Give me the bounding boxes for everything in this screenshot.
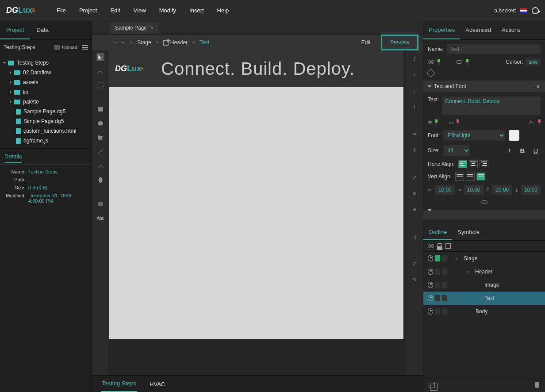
bc-stage[interactable]: Stage xyxy=(137,39,151,46)
menu-modify[interactable]: Modify xyxy=(159,7,176,14)
edit-cell[interactable] xyxy=(442,255,447,261)
canvas[interactable]: DGLux5 Connect. Build. Deploy. xyxy=(109,50,406,375)
italic-button[interactable]: I xyxy=(504,146,514,155)
close-icon[interactable]: × xyxy=(150,25,154,31)
line-tool-icon[interactable] xyxy=(96,148,104,156)
tree-root[interactable]: Testing Steps xyxy=(0,58,92,68)
bc-text[interactable]: Text xyxy=(200,39,209,46)
eye-icon[interactable] xyxy=(428,295,433,301)
align-vcenter-icon[interactable]: ↕ xyxy=(411,71,418,79)
star-icon[interactable]: ★ xyxy=(536,83,541,89)
distribute-icon[interactable]: ≡ xyxy=(411,205,418,213)
pad-left-input[interactable] xyxy=(435,185,455,195)
expand-icon[interactable]: ⤢ xyxy=(411,173,418,181)
bc-header[interactable]: Header xyxy=(163,39,188,46)
lock-cell[interactable] xyxy=(435,308,440,315)
path-tool-icon[interactable] xyxy=(96,67,104,75)
link-padding-icon[interactable] xyxy=(481,200,487,204)
gradient-tool-icon[interactable] xyxy=(96,200,104,208)
edit-cell[interactable] xyxy=(442,269,447,275)
component-tool-icon[interactable] xyxy=(96,176,104,184)
visibility-icon[interactable] xyxy=(428,60,434,64)
document-tab[interactable]: Sample Page × xyxy=(110,22,159,34)
link-icon[interactable] xyxy=(456,60,462,64)
underline-button[interactable]: U xyxy=(531,146,541,155)
eye-icon[interactable] xyxy=(428,269,433,275)
spacing-icon[interactable]: ▯ xyxy=(411,233,418,241)
outline-row-body[interactable]: ┈Body xyxy=(423,305,545,318)
tab-outline[interactable]: Outline xyxy=(423,224,452,240)
tree-file[interactable]: Simple Page.dg5 xyxy=(0,116,92,126)
lock-cell[interactable] xyxy=(435,282,440,288)
tab-symbols[interactable]: Symbols xyxy=(452,224,485,240)
bottom-tab-testing[interactable]: Testing Steps xyxy=(101,376,137,392)
visibility-icon[interactable] xyxy=(428,244,434,248)
align-baseline-icon[interactable]: ⤓ xyxy=(411,103,418,111)
menu-project[interactable]: Project xyxy=(79,7,97,14)
menu-view[interactable]: View xyxy=(134,7,146,14)
outline-row-text[interactable]: ┈Text xyxy=(423,292,545,305)
font-color-swatch[interactable] xyxy=(509,130,519,141)
marquee-tool-icon[interactable] xyxy=(96,81,104,89)
font-select[interactable]: EffraLight xyxy=(443,130,505,141)
list-view-icon[interactable] xyxy=(82,45,88,50)
upload-button[interactable]: Upload xyxy=(54,45,77,50)
lock-cell[interactable] xyxy=(435,269,440,275)
bold-button[interactable]: B xyxy=(518,146,527,155)
tree-file[interactable]: custom_functions.html xyxy=(0,126,92,136)
tab-advanced[interactable]: Advanced xyxy=(460,21,496,39)
halign-center[interactable] xyxy=(469,160,478,168)
diamond-icon[interactable] xyxy=(426,69,435,77)
locale-flag-icon[interactable] xyxy=(520,8,527,13)
redo-icon[interactable]: ↷ xyxy=(411,276,418,284)
undo-icon[interactable]: ↶ xyxy=(411,260,418,268)
section-text-font[interactable]: Text and Font ★ xyxy=(423,81,545,92)
menu-edit[interactable]: Edit xyxy=(110,7,120,14)
tree-folder[interactable]: lib xyxy=(0,87,92,97)
tree-folder[interactable]: palette xyxy=(0,97,92,107)
expand-row[interactable] xyxy=(423,210,545,219)
menu-file[interactable]: File xyxy=(57,7,66,14)
nav-arrows[interactable]: ← → xyxy=(113,39,125,46)
edit-cell[interactable] xyxy=(442,308,447,315)
select-tool-icon[interactable] xyxy=(96,53,104,61)
tree-folder[interactable]: assets xyxy=(0,77,92,87)
tree-file[interactable]: Sample Page.dg5 xyxy=(0,107,92,116)
tree-folder[interactable]: 02 Dataflow xyxy=(0,68,92,77)
bottom-tab-hvac[interactable]: HVAC xyxy=(149,377,166,392)
preview-mode-button[interactable]: Preview xyxy=(381,35,418,50)
cursor-value[interactable]: auto xyxy=(526,58,541,65)
fit-height-icon[interactable]: ⇕ xyxy=(411,146,418,154)
align-bottom-icon[interactable]: ↓ xyxy=(411,87,418,95)
lock-cell[interactable] xyxy=(435,255,440,261)
valign-top[interactable] xyxy=(455,173,464,181)
ellipse-tool-icon[interactable] xyxy=(96,119,104,127)
text-tool-icon[interactable]: Abc xyxy=(96,214,104,222)
stack-icon[interactable] xyxy=(429,382,435,388)
tab-actions[interactable]: Actions xyxy=(496,21,526,39)
outline-row-header[interactable]: ▾Header xyxy=(423,265,545,278)
trash-icon[interactable] xyxy=(534,382,540,388)
edit-cell[interactable] xyxy=(442,282,447,288)
pad-bottom-input[interactable] xyxy=(521,185,541,195)
edit-mode-button[interactable]: Edit xyxy=(361,39,371,46)
polygon-tool-icon[interactable] xyxy=(96,134,104,142)
pen-tool-icon[interactable] xyxy=(96,162,104,170)
halign-left[interactable] xyxy=(458,160,467,168)
fit-width-icon[interactable]: ⇔ xyxy=(411,130,418,138)
pad-right-input[interactable] xyxy=(464,185,484,195)
eye-icon[interactable] xyxy=(428,255,433,261)
valign-middle[interactable] xyxy=(466,173,475,181)
text-input[interactable]: Connect. Build. Deploy. xyxy=(442,96,541,115)
menu-insert[interactable]: Insert xyxy=(189,7,204,14)
logout-icon[interactable] xyxy=(532,7,539,14)
eye-icon[interactable] xyxy=(428,282,433,288)
halign-right[interactable] xyxy=(480,160,488,168)
valign-bottom[interactable] xyxy=(476,173,485,181)
lock-cell[interactable] xyxy=(435,295,440,301)
crop-icon[interactable]: ✕ xyxy=(411,189,418,197)
pad-top-input[interactable] xyxy=(492,185,512,195)
outline-row-image[interactable]: ┈Image xyxy=(423,278,545,292)
tab-data[interactable]: Data xyxy=(30,21,54,39)
rect-tool-icon[interactable] xyxy=(96,105,104,113)
